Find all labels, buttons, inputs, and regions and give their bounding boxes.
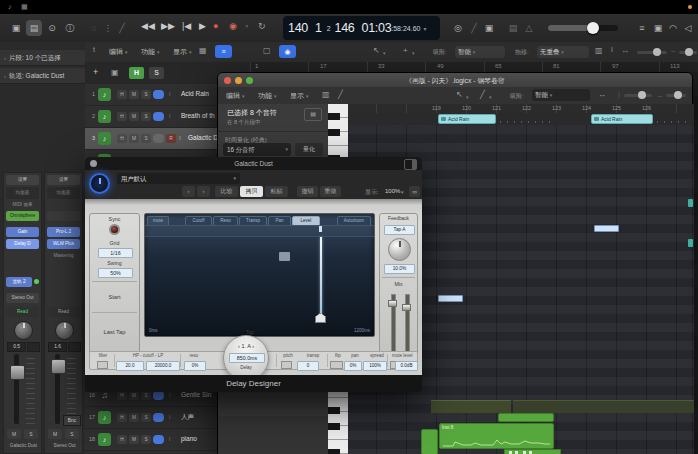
lcd-time-frames[interactable]: :58:24.60 — [391, 25, 420, 32]
lcd-bar[interactable]: 146 — [335, 21, 355, 35]
inspector-toggle-icon[interactable]: ▤ — [26, 20, 42, 36]
quantize-dropdown[interactable]: 16 分音符▾ — [223, 143, 291, 156]
input-monitor-button[interactable]: I — [169, 414, 171, 420]
wet-slider-cap[interactable] — [402, 304, 411, 311]
track-name[interactable]: piano — [181, 435, 197, 442]
library-toggle-icon[interactable]: ▣ — [8, 20, 24, 36]
tap-handle[interactable] — [315, 313, 326, 323]
midi-region[interactable]: Acid Rain — [438, 114, 496, 124]
catch-playhead-icon[interactable]: ↔ — [598, 90, 606, 99]
functions-menu[interactable]: 功能 ▾ — [258, 91, 276, 101]
capture-button[interactable]: ▪ — [245, 21, 248, 31]
count-in-icon[interactable]: ▤ — [505, 20, 521, 36]
reso-value[interactable]: 0% — [184, 361, 206, 371]
midi-in-icon[interactable]: ▥ — [322, 90, 330, 99]
track-view-icon-active[interactable]: ≡ — [215, 45, 232, 58]
tap-delay-value[interactable]: 850.0ms — [229, 353, 265, 363]
track-stack-icon[interactable]: ▣ — [111, 68, 119, 77]
input-monitor-button[interactable]: I — [169, 436, 171, 442]
solo-mode-icon[interactable]: ▣ — [481, 20, 497, 36]
snap-dropdown[interactable]: 智能 ▾ — [532, 89, 590, 101]
add-track-button[interactable]: + — [93, 67, 98, 77]
midi-region-green[interactable]: Inst 8 — [439, 423, 554, 449]
strip-automation-button[interactable]: Read — [47, 307, 80, 317]
marquee-icon[interactable]: ▢ — [263, 46, 271, 55]
edit-menu[interactable]: 编辑 ▾ — [109, 47, 127, 57]
pencil-icon[interactable]: ╱ — [114, 20, 130, 36]
strip-setting-button[interactable]: 设置 — [6, 175, 39, 185]
tap-selector-row[interactable]: ‹ 1. A › — [224, 343, 268, 349]
pointer-tool[interactable]: ↖ — [456, 90, 463, 99]
volume-fader-cap[interactable] — [10, 365, 25, 380]
grid-view-icon[interactable]: ▦ — [199, 46, 207, 55]
next-preset-button[interactable]: › — [197, 186, 210, 197]
cycle-button[interactable]: ◉ — [229, 21, 237, 31]
tap-line[interactable] — [320, 237, 322, 315]
play-button[interactable]: ▶ — [199, 21, 206, 31]
next-tap-icon[interactable]: › — [252, 343, 254, 349]
mute-view-tab[interactable]: mute — [147, 216, 169, 225]
h-zoom-slider[interactable] — [637, 51, 667, 54]
hide-tracks-button[interactable]: H — [129, 67, 144, 79]
master-volume-knob[interactable] — [587, 22, 599, 34]
lcd-division[interactable]: 2 — [327, 25, 331, 32]
hide-button[interactable]: H — [117, 134, 127, 143]
record-enable-button[interactable] — [153, 112, 164, 121]
midi-region-green[interactable] — [498, 413, 554, 422]
solo-button[interactable]: S — [141, 134, 151, 143]
strip-solo-button[interactable]: S — [24, 429, 38, 439]
input-monitor-button[interactable]: I — [179, 135, 181, 141]
quick-help-icon[interactable]: ⊙ — [44, 20, 60, 36]
strip-solo-button[interactable]: S — [65, 429, 79, 439]
prev-tap-icon[interactable]: ‹ — [238, 343, 240, 349]
track-name[interactable]: Breath of th — [181, 112, 215, 119]
record-enable-button[interactable] — [153, 134, 164, 143]
automation-icon[interactable]: t — [93, 46, 95, 53]
hide-button[interactable]: H — [117, 391, 127, 400]
track-name[interactable]: Gentle Sin — [181, 391, 211, 398]
hp-cutoff-value[interactable]: 20.0 — [116, 361, 144, 371]
lcd-tempo[interactable]: 140 — [288, 21, 308, 35]
pointer-tool[interactable]: ↖ — [373, 46, 380, 55]
pitch-toggle[interactable] — [281, 361, 292, 369]
vertical-zoom-icon[interactable]: I — [611, 46, 613, 53]
lcd-display[interactable]: 140 1 2 146 01:03 :58:24.60 ▾ — [283, 16, 440, 40]
feedback-tap-selector[interactable]: Tap A — [384, 225, 415, 235]
background-region[interactable] — [513, 400, 694, 413]
midi-note[interactable] — [438, 295, 463, 302]
lcd-time[interactable]: 01:03 — [362, 21, 392, 35]
strip-mute-button[interactable]: M — [48, 429, 62, 439]
record-armed-button[interactable]: R — [166, 134, 176, 143]
input-monitor-button[interactable]: I — [169, 392, 171, 398]
strip-plugin-slot-active[interactable]: Delay D — [6, 239, 39, 249]
plugin-titlebar[interactable]: Galactic Dust — [85, 157, 422, 170]
mute-button[interactable]: M — [129, 435, 139, 444]
strip-send-slot[interactable]: 音轨 2 — [6, 277, 32, 287]
grid-value[interactable]: 1/16 — [98, 248, 133, 258]
strip-eq-slot[interactable]: 均衡器 — [47, 187, 80, 199]
solo-tracks-button[interactable]: S — [149, 67, 164, 79]
start-button[interactable]: Start — [90, 294, 139, 300]
region-inspector-header[interactable]: ›片段: 10 个已选择 — [0, 50, 85, 66]
link-pane-icon[interactable] — [404, 159, 417, 170]
strip-automation-button[interactable]: Read — [6, 307, 39, 317]
last-tap-button[interactable]: Last Tap — [90, 329, 139, 335]
spread-value[interactable]: 100% — [363, 361, 387, 371]
toolbar-toggle-icon[interactable]: ⓘ — [62, 20, 78, 36]
mute-button[interactable]: M — [129, 112, 139, 121]
browser-icon[interactable]: ▣ — [650, 20, 666, 36]
tap-display[interactable]: mute Cutoff Reso Transp Pan Level Autozo… — [144, 213, 375, 337]
link-icon[interactable]: ∞ — [409, 186, 420, 197]
secondary-tool[interactable]: + — [403, 46, 408, 55]
forward-button[interactable]: ▶▶ — [161, 21, 175, 31]
track-name[interactable]: 人声 — [181, 413, 194, 422]
record-enable-button[interactable] — [153, 435, 164, 444]
list-editors-icon[interactable]: ≡ — [634, 20, 650, 36]
strip-setting-button[interactable]: 设置 — [47, 175, 80, 185]
h-zoom-knob[interactable] — [638, 91, 646, 99]
hide-button[interactable]: H — [117, 112, 127, 121]
swing-value[interactable]: 50% — [98, 268, 133, 278]
level-value[interactable]: 0.0dB — [395, 361, 418, 371]
metronome-icon[interactable]: ◎ — [450, 20, 466, 36]
pan-knob[interactable] — [55, 321, 74, 340]
